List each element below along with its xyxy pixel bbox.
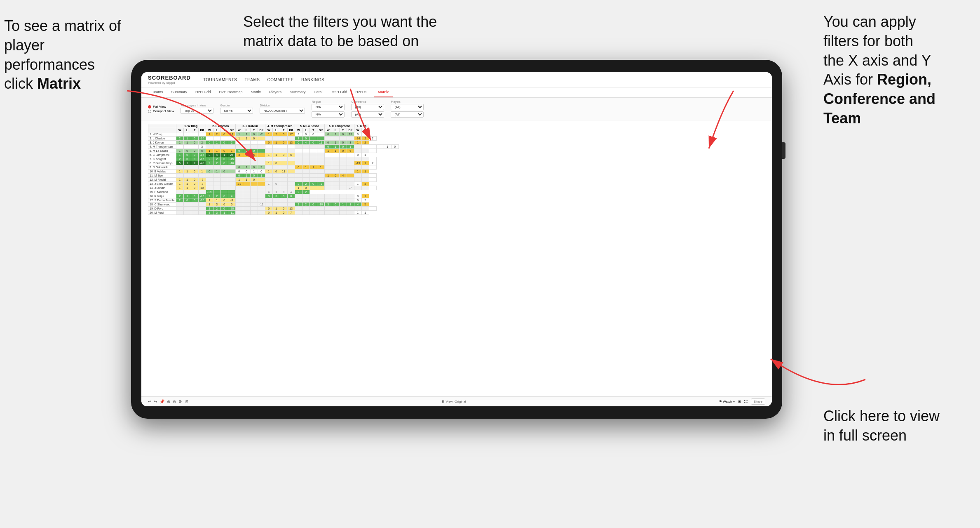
- cell-0-15: 17: [287, 132, 295, 137]
- cell-0-3: [198, 132, 206, 137]
- undo-icon[interactable]: ↩: [148, 399, 151, 404]
- cell-6-0: 2: [176, 157, 183, 161]
- cell-8-5: [213, 165, 220, 170]
- tab-summary-2[interactable]: Summary: [286, 87, 310, 97]
- tab-summary[interactable]: Summary: [167, 87, 192, 97]
- tab-matrix-active[interactable]: Matrix: [374, 87, 393, 97]
- ann-center-text: Select the filters you want thematrix da…: [243, 13, 437, 50]
- cell-7-9: [243, 161, 250, 165]
- region-select[interactable]: N/A: [312, 104, 345, 110]
- full-view-radio[interactable]: [148, 105, 151, 108]
- cell-4-19: [317, 149, 324, 153]
- cell-5-25: 1: [361, 153, 369, 157]
- cell-4-0: 1: [176, 149, 183, 153]
- division-select[interactable]: NCAA Division I: [260, 108, 305, 114]
- cell-1-13: [272, 137, 280, 141]
- nav-teams[interactable]: TEAMS: [244, 78, 260, 82]
- tablet-side-button[interactable]: [782, 142, 785, 159]
- redo-icon[interactable]: ↪: [154, 399, 157, 404]
- cell-2-17: 4: [302, 141, 309, 145]
- settings-icon[interactable]: ⚙: [178, 399, 182, 404]
- cell-9-15: [287, 170, 295, 174]
- h-w2: W: [206, 128, 213, 132]
- tab-h2h-heatmap[interactable]: H2H Heatmap: [215, 87, 247, 97]
- timer-icon[interactable]: ⏱: [185, 399, 189, 404]
- watch-label[interactable]: 👁 Watch ▾: [719, 400, 735, 403]
- filters-bar: Full View Compact View Max players in vi…: [141, 98, 772, 120]
- cell-4-15: [287, 149, 295, 153]
- compact-view-radio[interactable]: [148, 110, 151, 113]
- region-select-2[interactable]: N/A: [312, 111, 345, 118]
- conference-select[interactable]: (All): [351, 104, 384, 110]
- cell-8-6: [220, 165, 228, 170]
- cell-10-19: [317, 174, 324, 178]
- cell-10-7: [228, 174, 235, 178]
- zoom-in-icon[interactable]: ⊕: [167, 399, 170, 404]
- cell-19-16: [295, 211, 302, 215]
- cell-8-0: [176, 165, 183, 170]
- tab-h2h-grid[interactable]: H2H Grid: [191, 87, 215, 97]
- cell-1-5: [213, 137, 220, 141]
- main-content[interactable]: 1. W Ding 2. L Clanton 3. J Koivun 4. M …: [141, 120, 772, 396]
- cell-0-13: 2: [272, 132, 280, 137]
- cell-1-16: 3: [295, 137, 302, 141]
- cell-6-9: [243, 157, 250, 161]
- player-name-7: 8. P Summerhays: [148, 161, 176, 165]
- cell-7-20: [324, 161, 332, 165]
- pin-icon[interactable]: 📌: [159, 399, 164, 404]
- cell-18-20: [324, 207, 332, 211]
- conference-select-2[interactable]: (All): [351, 111, 384, 118]
- nav-rankings[interactable]: RANKINGS: [301, 78, 324, 82]
- cell-11-19: [317, 178, 324, 182]
- tab-h2h-h[interactable]: H2H H...: [351, 87, 374, 97]
- share-button[interactable]: Share: [751, 398, 765, 405]
- tab-h2h-grid-2[interactable]: H2H Grid: [328, 87, 352, 97]
- max-players-select[interactable]: Top 25: [181, 108, 213, 114]
- cell-8-3: [198, 165, 206, 170]
- grid-icon[interactable]: ⊞: [738, 400, 741, 403]
- cell-10-23: [347, 174, 354, 178]
- cell-12-7: [228, 182, 235, 186]
- h-w7: W: [354, 128, 361, 132]
- cell-5-14: 0: [280, 153, 287, 157]
- cell-10-5: [213, 174, 220, 178]
- cell-6-15: [287, 157, 295, 161]
- tab-matrix-1[interactable]: Matrix: [247, 87, 265, 97]
- cell-17-2: [191, 203, 198, 207]
- matrix-table: 1. W Ding 2. L Clanton 3. J Koivun 4. M …: [148, 124, 399, 215]
- players-select-2[interactable]: (All): [391, 111, 424, 118]
- gender-select[interactable]: Men's: [220, 108, 253, 114]
- cell-0-12: 1: [265, 132, 272, 137]
- zoom-out-icon[interactable]: ⊖: [173, 399, 176, 404]
- cell-12-16: 2: [295, 182, 302, 186]
- tab-teams[interactable]: Teams: [148, 87, 167, 97]
- cell-15-25: 1: [361, 194, 369, 198]
- cell-19-18: [309, 211, 317, 215]
- nav-committee[interactable]: COMMITTEE: [267, 78, 294, 82]
- full-view-option[interactable]: Full View: [148, 105, 174, 108]
- compact-view-option[interactable]: Compact View: [148, 109, 174, 113]
- cell-19-3: [198, 211, 206, 215]
- cell-15-4: 2: [206, 194, 213, 198]
- cell-13-7: [228, 186, 235, 190]
- tab-detail[interactable]: Detail: [310, 87, 328, 97]
- cell-13-17: 0: [302, 186, 309, 190]
- cell-9-10: 1: [250, 170, 258, 174]
- cell-17-15: [287, 203, 295, 207]
- cell-9-24: 1: [354, 170, 361, 174]
- toolbar-center: 🖥 View: Original: [441, 400, 466, 403]
- cell-10-12: [265, 174, 272, 178]
- ann-left-text: To see a matrix ofplayer performancescli…: [4, 17, 121, 92]
- cell-11-4: [206, 178, 213, 182]
- cell-7-3: -48: [198, 161, 206, 165]
- nav-tournaments[interactable]: TOURNAMENTS: [203, 78, 237, 82]
- h-t4: T: [280, 128, 287, 132]
- tab-players[interactable]: Players: [265, 87, 286, 97]
- fullscreen-icon[interactable]: ⛶: [744, 400, 748, 403]
- cell-2-16: 0: [295, 141, 302, 145]
- ann-right-text: You can applyfilters for boththe X axis …: [823, 13, 935, 127]
- cell-19-23: [347, 211, 354, 215]
- cell-19-13: 1: [272, 211, 280, 215]
- players-select[interactable]: (All): [391, 104, 424, 110]
- cell-17-6: 0: [220, 203, 228, 207]
